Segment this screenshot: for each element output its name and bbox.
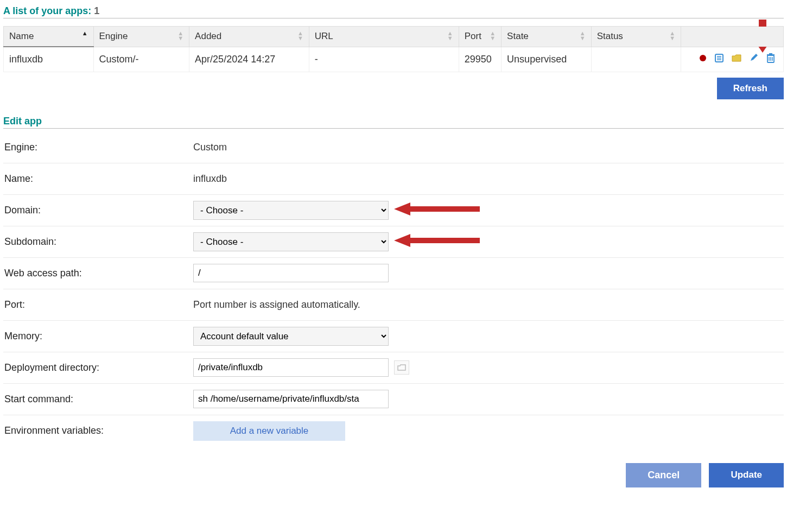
refresh-button[interactable]: Refresh bbox=[717, 78, 784, 99]
col-engine[interactable]: Engine bbox=[93, 27, 189, 47]
cell-state: Unsupervised bbox=[502, 47, 592, 72]
col-added-label: Added bbox=[195, 31, 221, 41]
deploydir-input[interactable] bbox=[193, 358, 389, 377]
apps-list-title-text: A list of your apps: bbox=[3, 5, 91, 16]
value-port-note: Port number is assigned automatically. bbox=[193, 299, 784, 311]
subdomain-select[interactable]: - Choose - bbox=[193, 232, 389, 251]
col-state-label: State bbox=[507, 31, 529, 41]
domain-select[interactable]: - Choose - bbox=[193, 201, 389, 220]
label-webpath: Web access path: bbox=[3, 268, 193, 279]
webpath-input[interactable] bbox=[193, 264, 389, 282]
col-port[interactable]: Port bbox=[459, 27, 501, 47]
sort-icon bbox=[669, 31, 675, 41]
startcmd-input[interactable] bbox=[193, 390, 389, 408]
col-actions bbox=[681, 27, 784, 47]
edit-app-title: Edit app bbox=[3, 116, 784, 129]
cell-url: - bbox=[309, 47, 459, 72]
svg-marker-14 bbox=[394, 234, 480, 247]
apps-list-count: 1 bbox=[94, 5, 99, 16]
col-added[interactable]: Added bbox=[189, 27, 309, 47]
table-row: influxdb Custom/- Apr/25/2024 14:27 - 29… bbox=[4, 47, 784, 72]
col-status[interactable]: Status bbox=[591, 27, 681, 47]
svg-marker-13 bbox=[394, 202, 480, 216]
sort-icon bbox=[177, 31, 183, 41]
label-memory: Memory: bbox=[3, 331, 193, 342]
label-name: Name: bbox=[3, 173, 193, 185]
cell-port: 29950 bbox=[459, 47, 501, 72]
cell-status bbox=[591, 47, 681, 72]
col-port-label: Port bbox=[465, 31, 481, 41]
folder-icon[interactable] bbox=[731, 53, 742, 66]
apps-list-title: A list of your apps: 1 bbox=[3, 5, 784, 18]
col-url-label: URL bbox=[315, 31, 333, 41]
label-envvars: Environment variables: bbox=[3, 425, 193, 436]
sort-icon bbox=[580, 31, 586, 41]
col-url[interactable]: URL bbox=[309, 27, 459, 47]
annotation-arrow-left-icon bbox=[394, 201, 481, 219]
label-domain: Domain: bbox=[3, 205, 193, 216]
update-button[interactable]: Update bbox=[709, 463, 784, 487]
col-name[interactable]: Name bbox=[4, 27, 94, 47]
value-name: influxdb bbox=[193, 173, 784, 185]
log-icon[interactable] bbox=[714, 53, 724, 66]
cell-engine: Custom/- bbox=[93, 47, 189, 72]
label-port: Port: bbox=[3, 299, 193, 311]
add-variable-button[interactable]: Add a new variable bbox=[193, 421, 345, 441]
col-name-label: Name bbox=[9, 31, 34, 41]
cancel-button[interactable]: Cancel bbox=[626, 463, 701, 487]
memory-select[interactable]: Account default value bbox=[193, 327, 389, 346]
sort-asc-icon bbox=[82, 31, 88, 36]
col-state[interactable]: State bbox=[502, 27, 592, 47]
col-engine-label: Engine bbox=[99, 31, 128, 41]
sort-icon bbox=[447, 31, 453, 41]
annotation-arrow-left-icon bbox=[394, 233, 481, 251]
sort-icon bbox=[490, 31, 496, 41]
apps-table: Name Engine Added URL Port State bbox=[3, 26, 784, 72]
status-dot-icon[interactable] bbox=[699, 54, 707, 65]
label-deploydir: Deployment directory: bbox=[3, 362, 193, 373]
label-subdomain: Subdomain: bbox=[3, 236, 193, 248]
label-startcmd: Start command: bbox=[3, 394, 193, 405]
sort-icon bbox=[297, 31, 303, 41]
svg-point-2 bbox=[700, 55, 706, 61]
cell-name: influxdb bbox=[4, 47, 94, 72]
browse-folder-button[interactable] bbox=[394, 360, 409, 375]
col-status-label: Status bbox=[597, 31, 623, 41]
label-engine: Engine: bbox=[3, 142, 193, 153]
cell-added: Apr/25/2024 14:27 bbox=[189, 47, 309, 72]
value-engine: Custom bbox=[193, 142, 784, 153]
